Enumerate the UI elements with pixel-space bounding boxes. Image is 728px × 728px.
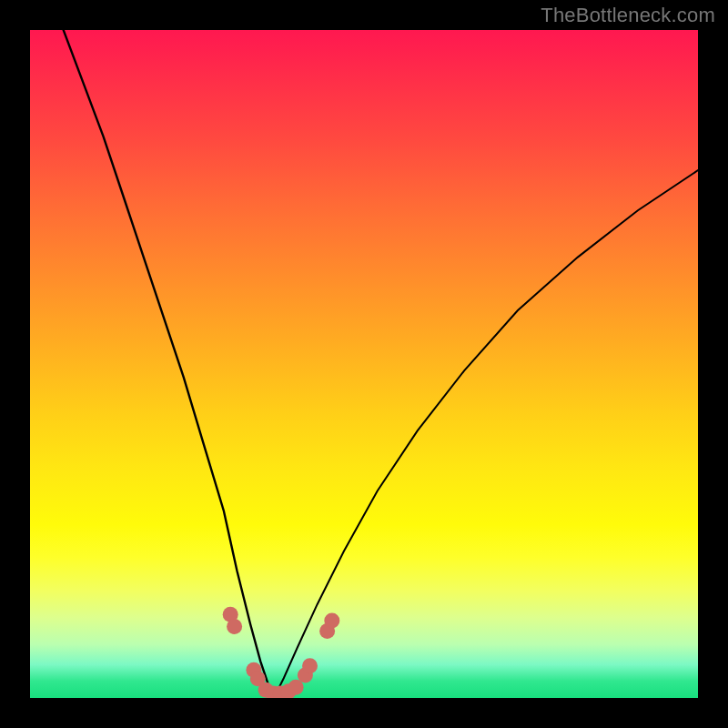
plot-area bbox=[30, 30, 698, 698]
mark-point bbox=[302, 658, 318, 673]
watermark-text: TheBottleneck.com bbox=[541, 4, 715, 27]
mark-point bbox=[227, 619, 242, 634]
chart-stage: TheBottleneck.com bbox=[0, 0, 728, 728]
mark-point bbox=[324, 612, 339, 628]
left-curve bbox=[64, 30, 274, 694]
mark-point bbox=[288, 680, 304, 695]
curves-svg bbox=[30, 30, 698, 698]
